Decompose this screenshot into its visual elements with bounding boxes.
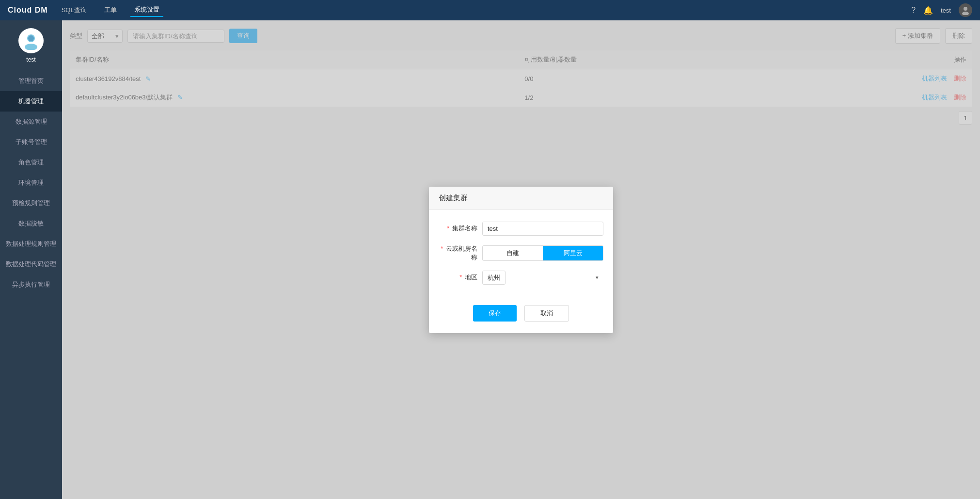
logo-cloud-text: Cloud DM	[8, 6, 48, 15]
main-content: 类型 全部 阿里云 自建 查询 + 添加集群 删除 集群ID/名称	[62, 20, 980, 499]
sidebar-user: test	[18, 28, 44, 63]
region-row: * 地区 杭州 北京 上海 深圳	[439, 271, 603, 285]
region-label-text: 地区	[465, 274, 477, 281]
sidebar-item-role[interactable]: 角色管理	[0, 152, 62, 173]
nav-work-order[interactable]: 工单	[100, 4, 121, 16]
sidebar-item-datasource[interactable]: 数据源管理	[0, 112, 62, 132]
cluster-name-label-text: 集群名称	[452, 225, 477, 232]
sidebar-item-data-processing-rules[interactable]: 数据处理规则管理	[0, 234, 62, 254]
create-cluster-dialog: 创建集群 * 集群名称 * 云或机房名称	[429, 187, 613, 333]
save-button[interactable]: 保存	[473, 305, 517, 322]
cancel-button[interactable]: 取消	[524, 305, 569, 322]
top-navigation: Cloud DM SQL查询 工单 系统设置 ? 🔔 test	[0, 0, 980, 20]
aliyun-button[interactable]: 阿里云	[543, 246, 603, 260]
svg-point-0	[964, 7, 967, 11]
sidebar-item-dashboard[interactable]: 管理首页	[0, 71, 62, 91]
cloud-type-toggle: 自建 阿里云	[482, 245, 603, 261]
cloud-label: * 云或机房名称	[439, 244, 482, 262]
nav-avatar[interactable]	[959, 3, 972, 17]
svg-point-3	[25, 44, 37, 50]
modal-overlay: 创建集群 * 集群名称 * 云或机房名称	[62, 20, 980, 499]
help-icon[interactable]: ?	[911, 6, 916, 15]
required-mark: *	[459, 274, 462, 281]
cluster-name-input[interactable]	[482, 222, 603, 236]
sidebar-item-data-desensitization[interactable]: 数据脱敏	[0, 213, 62, 234]
sidebar-menu: 管理首页 机器管理 数据源管理 子账号管理 角色管理 环境管理 预检规则管理 数…	[0, 71, 62, 295]
cloud-type-row: * 云或机房名称 自建 阿里云	[439, 244, 603, 262]
sidebar: test 管理首页 机器管理 数据源管理 子账号管理 角色管理 环境管理 预检规…	[0, 20, 62, 499]
app-logo: Cloud DM	[8, 6, 48, 15]
required-mark: *	[441, 245, 443, 252]
dialog-footer: 保存 取消	[429, 301, 613, 333]
cluster-name-label: * 集群名称	[439, 224, 482, 233]
sidebar-item-environment[interactable]: 环境管理	[0, 173, 62, 193]
sidebar-item-async-execution[interactable]: 异步执行管理	[0, 274, 62, 295]
nav-sql-query[interactable]: SQL查询	[58, 4, 91, 16]
sidebar-username: test	[26, 56, 35, 63]
region-label: * 地区	[439, 273, 482, 282]
bell-icon[interactable]: 🔔	[923, 6, 933, 15]
main-layout: test 管理首页 机器管理 数据源管理 子账号管理 角色管理 环境管理 预检规…	[0, 20, 980, 499]
dialog-title: 创建集群	[429, 187, 613, 210]
self-build-button[interactable]: 自建	[483, 246, 543, 260]
cluster-name-row: * 集群名称	[439, 222, 603, 236]
required-mark: *	[447, 225, 449, 232]
sidebar-item-subaccount[interactable]: 子账号管理	[0, 132, 62, 152]
sidebar-avatar	[18, 28, 44, 53]
sidebar-item-machine-management[interactable]: 机器管理	[0, 91, 62, 112]
svg-point-4	[28, 35, 34, 41]
sidebar-item-data-processing-code[interactable]: 数据处理代码管理	[0, 254, 62, 274]
region-select-wrap: 杭州 北京 上海 深圳	[482, 271, 603, 285]
nav-username: test	[941, 7, 951, 14]
svg-point-1	[962, 12, 969, 15]
region-select[interactable]: 杭州 北京 上海 深圳	[482, 271, 506, 285]
nav-right-area: ? 🔔 test	[911, 3, 972, 17]
sidebar-item-precheck-rules[interactable]: 预检规则管理	[0, 193, 62, 213]
dialog-body: * 集群名称 * 云或机房名称 自建 阿里云	[429, 210, 613, 301]
cloud-label-text: 云或机房名称	[446, 245, 477, 261]
nav-system-settings[interactable]: 系统设置	[130, 3, 163, 17]
